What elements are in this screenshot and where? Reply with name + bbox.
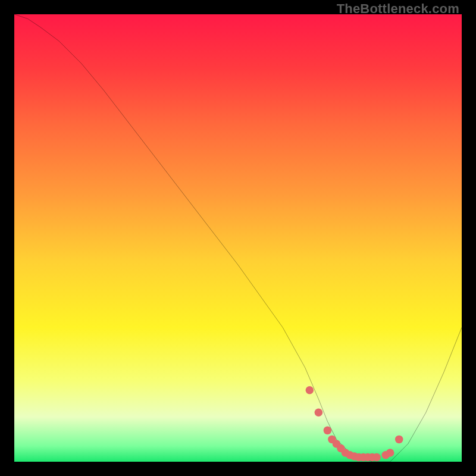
optimal-dot <box>386 449 394 457</box>
chart-frame <box>14 14 462 462</box>
optimal-dot <box>395 436 403 444</box>
optimal-dot <box>315 409 323 417</box>
optimal-dot <box>306 386 314 394</box>
optimal-dot <box>372 453 381 462</box>
bottleneck-chart <box>14 14 462 462</box>
gradient-background <box>14 14 462 462</box>
optimal-dot <box>324 427 332 435</box>
